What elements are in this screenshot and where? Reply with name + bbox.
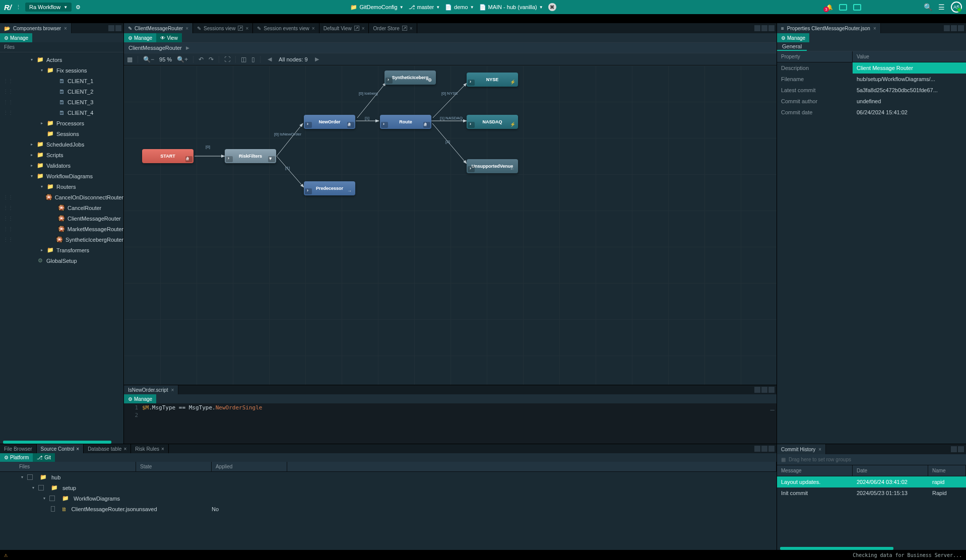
expand-icon[interactable]: ▸: [29, 142, 34, 147]
maximize-icon[interactable]: [761, 387, 767, 393]
node-nyse[interactable]: NYSE⚡: [467, 73, 518, 87]
user-avatar[interactable]: AS: [951, 2, 962, 13]
close-panel-icon[interactable]: [958, 446, 964, 452]
property-row[interactable]: DescriptionClient Message Router: [777, 62, 966, 74]
workflow-canvas[interactable]: START⋔ RiskFilters▼ NewOrder⋔ Predecesso…: [124, 65, 777, 385]
tree-item[interactable]: ▾📁Actors: [0, 54, 123, 65]
minimize-icon[interactable]: [754, 25, 760, 31]
close-icon[interactable]: ×: [362, 26, 365, 31]
editor-tab[interactable]: Order Store↗×: [369, 23, 417, 33]
wf-manage-button[interactable]: ⚙Manage: [124, 33, 156, 42]
redo-icon[interactable]: ↷: [209, 56, 214, 63]
tree-item[interactable]: ⋮⋮🎇CancelRouter: [0, 202, 123, 213]
fit-icon[interactable]: ⛶: [224, 56, 230, 63]
commit-row[interactable]: Init commit2024/05/23 01:15:13Rapid: [777, 487, 966, 499]
grid-row[interactable]: 🗎ClientMessageRouter.jsonunsavedNo: [0, 504, 777, 514]
close-icon[interactable]: ×: [873, 26, 876, 31]
next-node-icon[interactable]: ▶: [313, 56, 321, 62]
tree-item[interactable]: ⋮⋮🎇ClientMessageRouter: [0, 213, 123, 224]
tree-item[interactable]: ▸📁ScheduledJobs: [0, 139, 123, 150]
expand-icon[interactable]: ▸: [39, 248, 44, 252]
zoom-in-icon[interactable]: 🔍+: [177, 56, 188, 63]
close-icon[interactable]: ×: [123, 446, 126, 452]
hamburger-icon[interactable]: ☰: [938, 3, 945, 11]
maximize-icon[interactable]: [951, 25, 957, 31]
git-subtab[interactable]: ⎇Git: [33, 453, 55, 462]
tree-item[interactable]: ▸📁Processors: [0, 118, 123, 128]
close-panel-icon[interactable]: [768, 25, 775, 31]
tree-item[interactable]: ⋮⋮🖺CLIENT_4: [0, 107, 123, 118]
grip-icon[interactable]: ⋮⋮: [3, 78, 9, 84]
grip-icon[interactable]: ⋮⋮: [3, 89, 9, 94]
tree-item[interactable]: ▸📁Scripts: [0, 150, 123, 160]
warning-icon[interactable]: ⚠: [4, 551, 8, 558]
tree-item[interactable]: ⋮⋮🖺CLIENT_2: [0, 86, 123, 97]
editor-tab[interactable]: Default View↗×: [319, 23, 369, 33]
grid-row[interactable]: ▾📁hub: [0, 472, 777, 482]
expand-icon[interactable]: ▾: [39, 184, 44, 189]
node-syntheticeberg[interactable]: SyntheticIceberg⚙: [384, 71, 436, 85]
close-icon[interactable]: ×: [76, 446, 79, 452]
grid-row[interactable]: ▾📁setup: [0, 482, 777, 493]
prev-node-icon[interactable]: ◀: [266, 56, 274, 62]
crumb-hub[interactable]: 📄MAIN - hub (vanilla)▼: [479, 3, 543, 11]
crumb-demo[interactable]: 📄demo▼: [445, 3, 474, 11]
bottom-tab[interactable]: Database table×: [84, 444, 131, 453]
tree-item[interactable]: ⚙GlobalSetup: [0, 255, 123, 266]
minimize-icon[interactable]: [108, 25, 114, 31]
close-icon[interactable]: ×: [161, 446, 164, 452]
properties-tab[interactable]: ≡ Properties ClientMessageRouter.json ×: [777, 23, 881, 33]
grip-icon[interactable]: ⋮⋮: [3, 237, 9, 242]
wf-view-button[interactable]: 👁View: [156, 33, 182, 42]
fold-icon[interactable]: —: [770, 405, 774, 413]
grip-icon[interactable]: ⋮⋮: [3, 99, 9, 105]
node-nasdaq[interactable]: NASDAQ⚡: [467, 115, 518, 129]
property-row[interactable]: Filenamehub/setup/WorkflowDiagrams/...: [777, 74, 966, 85]
close-icon[interactable]: ×: [410, 26, 413, 31]
close-icon[interactable]: ×: [171, 387, 174, 393]
minimize-icon[interactable]: [754, 387, 760, 393]
zoom-out-icon[interactable]: 🔍−: [143, 56, 154, 63]
node-start[interactable]: START⋔: [142, 149, 194, 163]
expand-icon[interactable]: ▸: [29, 163, 34, 168]
editor-tab[interactable]: ✎Sessions view↗×: [193, 23, 253, 33]
bottom-tab[interactable]: Risk Rules×: [131, 444, 169, 453]
crumb-branch[interactable]: ⎇master▼: [409, 3, 440, 11]
tree-item[interactable]: ⋮⋮🎇CancelOnDisconnectRouter: [0, 192, 123, 202]
close-icon[interactable]: ×: [245, 26, 248, 31]
tree-item[interactable]: ▾📁Fix sessions: [0, 65, 123, 76]
grip-icon[interactable]: ⋮⋮: [3, 216, 9, 221]
node-neworder[interactable]: NewOrder⋔: [304, 115, 355, 129]
grip-icon[interactable]: ⋮⋮: [3, 194, 9, 200]
editor-tab[interactable]: ✎Session events view×: [253, 23, 319, 33]
node-predecessor[interactable]: Predecessor→: [304, 181, 355, 195]
commit-rows[interactable]: Layout updates.2024/06/24 03:41:02rapidI…: [777, 476, 966, 547]
maximize-icon[interactable]: [951, 446, 957, 452]
row-checkbox[interactable]: [38, 485, 44, 491]
tree-item[interactable]: ⋮⋮🎇MarketMessageRouter: [0, 224, 123, 234]
close-panel-icon[interactable]: [768, 446, 775, 452]
close-icon[interactable]: ×: [185, 26, 188, 31]
expand-icon[interactable]: ▸: [39, 121, 44, 125]
notifications-icon[interactable]: 🔔3: [826, 4, 833, 11]
bottom-tab[interactable]: File Browser: [0, 444, 37, 453]
close-panel-icon[interactable]: [768, 387, 775, 393]
settings-icon[interactable]: ⚙: [76, 4, 81, 11]
tree-item[interactable]: ▾📁WorkflowDiagrams: [0, 171, 123, 181]
property-row[interactable]: Commit authorundefined: [777, 96, 966, 107]
commit-row[interactable]: Layout updates.2024/06/24 03:41:02rapid: [777, 476, 966, 487]
node-route[interactable]: Route⋔: [380, 115, 431, 129]
expand-icon[interactable]: ▾: [29, 174, 34, 178]
commit-history-tab[interactable]: Commit History ×: [777, 444, 826, 454]
editor-tab[interactable]: ✎ClientMessageRouter×: [124, 23, 193, 33]
tree-item[interactable]: ▸📁Transformers: [0, 245, 123, 255]
layout2-icon[interactable]: ▯: [251, 56, 255, 63]
expand-icon[interactable]: ▾: [42, 496, 47, 501]
monitor1-icon[interactable]: [839, 4, 847, 11]
tree-item[interactable]: 📁Sessions: [0, 128, 123, 139]
node-riskfilters[interactable]: RiskFilters▼: [225, 149, 276, 163]
expand-icon[interactable]: ▾: [31, 485, 36, 490]
commit-scrollbar[interactable]: [780, 547, 893, 550]
undo-icon[interactable]: ↶: [199, 56, 204, 63]
group-drop-zone[interactable]: ▦ Drag here to set row groups: [777, 454, 966, 465]
